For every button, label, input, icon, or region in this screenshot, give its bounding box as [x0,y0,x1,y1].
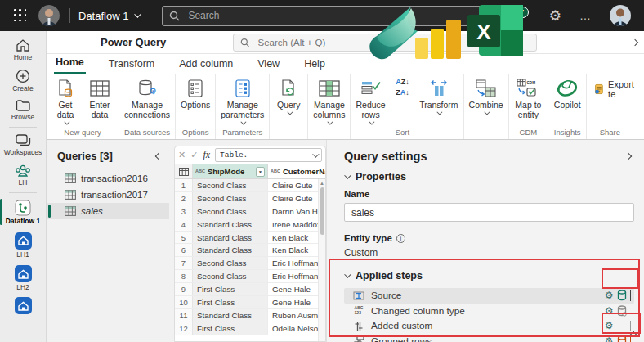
table-row: 4Standard ClassIrene Maddox [175,218,325,232]
vertical-scrollbar[interactable]: ▲ [318,179,325,341]
table-row: 8Second ClassEric Hoffmann [175,270,325,283]
manage-parameters-button[interactable]: Manage parameters [218,75,266,125]
step-changed-column-type[interactable]: ABC123 Changed column type ⚙ [344,304,634,319]
user-avatar-photo [610,5,631,26]
ribbon-search[interactable] [233,34,537,52]
global-search-input[interactable] [186,9,483,22]
query-folding-indicator-not-folded[interactable] [617,335,627,342]
scroll-up-icon[interactable]: ▲ [320,179,324,187]
tab-transform[interactable]: Transform [107,56,157,74]
query-folding-indicator-folded[interactable] [617,290,627,301]
step-grouped-rows[interactable]: Grouped rows ⚙ [344,334,634,342]
sort-ascending-button[interactable]: AZ↓ [396,79,409,86]
feedback-notification-icon[interactable]: 127 [507,7,531,25]
ribbon-group-data-sources: ⚙ Manage connections Data sources [119,74,176,139]
left-nav-sidebar: Home Create Browse Workspaces [0,31,47,342]
column-header-shipmode[interactable]: ABC ShipMode ▼ [193,164,268,178]
text-type-icon: ABC [271,169,280,174]
bulb-base-icon [514,20,522,25]
copilot-button[interactable]: Copilot [551,75,584,110]
sidebar-item-dataflow1[interactable]: Dataflow 1 [0,196,46,228]
chevron-down-icon [312,151,319,157]
collapse-queries-icon[interactable] [155,152,162,159]
query-settings-panel: Query settings Properties Name Entity ty… [326,140,644,342]
manage-connections-button[interactable]: ⚙ Manage connections [122,75,172,119]
query-folding-indicator-unknown[interactable] [617,305,627,317]
user-avatar[interactable] [610,5,631,26]
manage-columns-button[interactable]: Manage columns [311,75,347,125]
settings-gear-icon[interactable]: ⚙ [549,9,561,23]
map-to-entity-button[interactable]: CDM Map to entity [512,75,546,119]
step-settings-gear-icon[interactable]: ⚙ [605,336,614,342]
scrollbar-thumb[interactable] [320,187,324,235]
query-item-transaction2017[interactable]: transaction2017 [47,187,169,203]
more-options-icon[interactable]: … [579,9,592,22]
step-added-custom[interactable]: Added custom ⚙ [344,318,634,334]
sort-descending-button[interactable]: ZA↓ [396,89,409,97]
ribbon-group-parameters: Manage parameters Parameters [216,74,270,139]
formula-bar: ✕ ✓ fx Table. [175,146,325,164]
ribbon: Get data Enter data New query ⚙ M [47,74,644,140]
ribbon-group-sort: AZ↓ ZA↓ Sort [391,74,414,139]
ribbon-search-input[interactable] [257,37,530,48]
step-settings-gear-icon[interactable]: ⚙ [605,321,614,331]
step-settings-gear-icon[interactable]: ⚙ [605,290,614,300]
sidebar-item-lh2[interactable]: LH2 [0,261,46,295]
export-template-button[interactable]: Export te [589,75,642,103]
tab-add-column[interactable]: Add column [177,56,235,74]
properties-section-header[interactable]: Properties [344,171,634,182]
cancel-formula-icon[interactable]: ✕ [178,150,186,160]
reduce-rows-icon [361,78,381,99]
ribbon-tabs: Home Transform Add column View Help [47,54,644,74]
transform-button[interactable]: Transform [417,75,460,115]
divider [630,290,632,301]
tab-view[interactable]: View [256,56,281,74]
commit-formula-icon[interactable]: ✓ [190,150,198,160]
select-all-corner[interactable] [175,164,193,178]
filter-dropdown-icon[interactable]: ▼ [256,167,265,177]
workspaces-icon [16,134,31,147]
global-search[interactable] [162,6,490,26]
sidebar-item-lh1[interactable]: LH1 [0,228,46,262]
info-icon[interactable]: i [396,234,405,243]
queries-panel-title: Queries [3] [57,150,113,162]
combine-button[interactable]: Combine [467,75,506,115]
app-title-menu[interactable]: Dataflow 1 [78,10,139,22]
fx-icon: fx [203,149,210,161]
sidebar-item-browse[interactable]: Browse [0,96,46,124]
combine-icon [476,78,497,99]
enter-data-button[interactable]: Enter data [83,75,116,119]
chevron-down-icon [328,119,333,125]
tab-home[interactable]: Home [54,54,86,74]
table-row: 9First ClassGene Hale [175,283,325,296]
get-data-button[interactable]: Get data [49,75,82,125]
name-label: Name [344,189,634,199]
applied-steps-section-header[interactable]: Applied steps [344,270,634,281]
divider [630,305,632,316]
export-template-icon [594,83,604,96]
tab-help[interactable]: Help [302,56,327,74]
product-avatar[interactable] [38,5,60,26]
query-item-transaction2016[interactable]: transaction2016 [47,170,169,187]
step-source[interactable]: Source ⚙ [344,288,634,304]
sidebar-item-partial[interactable] [0,293,46,317]
queries-panel: Queries [3] transaction2016 transaction2… [47,140,169,342]
app-launcher-icon[interactable] [14,9,27,22]
step-settings-gear-icon[interactable]: ⚙ [605,306,614,316]
collapse-settings-icon[interactable] [625,153,632,160]
query-name-input[interactable] [344,203,634,222]
reduce-rows-button[interactable]: Reduce rows [353,75,387,125]
grouped-rows-step-icon [352,335,365,342]
query-button[interactable]: Query [272,75,305,115]
options-button[interactable]: Options [178,75,212,110]
power-query-title: Power Query [101,36,166,48]
sidebar-item-create[interactable]: Create [0,65,46,96]
sidebar-item-home[interactable]: Home [0,34,46,65]
sidebar-item-lh-workspace[interactable]: LH [0,160,46,190]
chevron-right-icon[interactable] [632,38,638,45]
query-item-sales[interactable]: sales [47,203,169,219]
app-window: Dataflow 1 127 ⚙ … [0,0,644,342]
sidebar-item-workspaces[interactable]: Workspaces [0,130,46,160]
formula-input[interactable]: Table. [215,148,322,162]
column-header-customername[interactable]: ABC CustomerName [268,164,326,178]
